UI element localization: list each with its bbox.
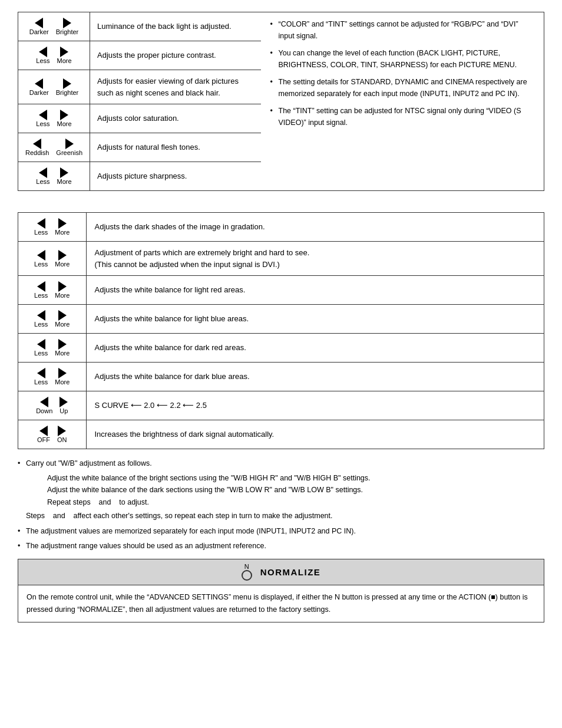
section1-notes: • “COLOR” and “TINT” settings cannot be … bbox=[261, 12, 544, 190]
right-control: Brighter bbox=[56, 18, 79, 35]
description-cell: Adjusts for easier viewing of dark pictu… bbox=[90, 70, 261, 104]
control-cell: Less More bbox=[18, 305, 86, 334]
note-text: The adjustment values are memorized sepa… bbox=[26, 527, 356, 535]
description-cell: Luminance of the back light is adjusted. bbox=[90, 12, 261, 41]
note-text: The setting details for STANDARD, DYNAMI… bbox=[279, 78, 527, 98]
right-control: More bbox=[57, 167, 72, 185]
left-control: Less bbox=[34, 218, 48, 236]
description-cell: Adjusts the white balance for dark blue … bbox=[86, 363, 544, 391]
section2-table: Less More Adjusts the dark shades of the… bbox=[18, 213, 544, 449]
table-row: Less More Adjusts the proper picture con… bbox=[18, 41, 261, 70]
right-control: ON bbox=[57, 426, 67, 443]
left-label: Less bbox=[34, 378, 48, 386]
triangle-right-icon bbox=[58, 339, 67, 350]
left-label: Less bbox=[34, 292, 48, 299]
left-control: Less bbox=[34, 368, 48, 386]
bottom-notes: • Carry out "W/B" adjustment as follows.… bbox=[18, 457, 544, 552]
triangle-right-icon bbox=[59, 397, 68, 407]
left-label: Darker bbox=[29, 89, 49, 96]
left-label: Less bbox=[36, 178, 49, 185]
triangle-right-icon bbox=[58, 250, 67, 261]
right-label: Brighter bbox=[56, 28, 79, 35]
left-label: Less bbox=[34, 321, 48, 328]
right-label: More bbox=[55, 321, 70, 328]
right-control: More bbox=[55, 281, 70, 299]
control-cell: Less More bbox=[18, 162, 90, 191]
description-cell: Adjusts the white balance for light red … bbox=[86, 276, 544, 305]
table-row: OFF ON Increases the brightness of dark … bbox=[18, 420, 544, 449]
left-control: Less bbox=[36, 167, 49, 185]
triangle-left-icon bbox=[39, 47, 47, 57]
left-label: Down bbox=[36, 407, 52, 414]
control-cell: Less More bbox=[18, 41, 90, 70]
note-text: The adjustment range values should be us… bbox=[26, 542, 266, 550]
table-row: Less More Adjusts the dark shades of the… bbox=[18, 213, 544, 242]
triangle-right-icon bbox=[63, 78, 71, 89]
control-cell: Less More bbox=[18, 276, 86, 305]
n-letter: N bbox=[244, 564, 249, 570]
right-control: More bbox=[55, 310, 70, 328]
control-cell: Less More bbox=[18, 363, 86, 391]
left-control: Darker bbox=[29, 78, 49, 96]
right-label: Brighter bbox=[56, 89, 79, 96]
notes-list: • “COLOR” and “TINT” settings cannot be … bbox=[270, 18, 535, 129]
note-text: The “TINT” setting can be adjusted for N… bbox=[279, 107, 521, 127]
triangle-right-icon bbox=[58, 426, 66, 436]
right-label: More bbox=[55, 350, 70, 357]
right-label: ON bbox=[57, 436, 67, 443]
table-row: Less More Adjusts the white balance for … bbox=[18, 334, 544, 363]
triangle-right-icon bbox=[58, 310, 67, 321]
note-item: • The adjustment values are memorized se… bbox=[18, 525, 544, 538]
carry-out-text: Carry out "W/B" adjustment as follows. bbox=[26, 459, 152, 467]
normalize-text: On the remote control unit, while the “A… bbox=[27, 593, 528, 614]
table-row: Darker Brighter Luminance of the back li… bbox=[18, 12, 261, 41]
left-label: Less bbox=[34, 229, 48, 236]
normalize-box: N NORMALIZE On the remote control unit, … bbox=[18, 559, 544, 622]
table-row: Less More Adjusts picture sharpness. bbox=[18, 162, 261, 191]
triangle-right-icon bbox=[63, 18, 71, 28]
triangle-left-icon bbox=[39, 167, 47, 178]
control-cell: Less More bbox=[18, 104, 90, 133]
table-row: Less More Adjusts the white balance for … bbox=[18, 276, 544, 305]
left-control: Less bbox=[36, 47, 49, 64]
right-control: More bbox=[57, 47, 72, 64]
steps-note: Steps and affect each other's settings, … bbox=[26, 510, 544, 522]
right-label: More bbox=[55, 378, 70, 386]
note-item: • The setting details for STANDARD, DYNA… bbox=[270, 76, 535, 100]
description-cell: Adjustment of parts which are extremely … bbox=[86, 242, 544, 276]
triangle-right-icon bbox=[60, 110, 68, 120]
right-control: Brighter bbox=[56, 78, 79, 96]
left-control: Reddish bbox=[25, 139, 49, 156]
left-label: Darker bbox=[29, 28, 49, 35]
note-text: You can change the level of each functio… bbox=[279, 49, 517, 69]
control-cell: Darker Brighter bbox=[18, 70, 90, 104]
description-cell: S CURVE ⟵ 2.0 ⟵ 2.2 ⟵ 2.5 bbox=[86, 391, 544, 420]
description-cell: Adjusts the white balance for light blue… bbox=[86, 305, 544, 334]
section1-wrapper: Darker Brighter Luminance of the back li… bbox=[18, 12, 544, 191]
table-row: Less More Adjusts the white balance for … bbox=[18, 363, 544, 391]
control-cell: Less More bbox=[18, 213, 86, 242]
left-control: Less bbox=[34, 250, 48, 268]
note-item: • The adjustment range values should be … bbox=[18, 540, 544, 552]
control-pair: Darker Brighter bbox=[25, 18, 82, 35]
control-cell: OFF ON bbox=[18, 420, 86, 449]
triangle-left-icon bbox=[33, 139, 41, 149]
triangle-left-icon bbox=[37, 281, 45, 292]
right-control: More bbox=[55, 339, 70, 357]
right-control: More bbox=[55, 250, 70, 268]
description-cell: Adjusts picture sharpness. bbox=[90, 162, 261, 191]
normalize-circle-icon bbox=[242, 570, 252, 581]
left-control: Less bbox=[34, 310, 48, 328]
normalize-body: On the remote control unit, while the “A… bbox=[18, 585, 544, 621]
note-text: “COLOR” and “TINT” settings cannot be ad… bbox=[279, 20, 518, 40]
triangle-right-icon bbox=[58, 368, 67, 378]
step2: Adjust the white balance of the dark sec… bbox=[47, 484, 544, 496]
triangle-left-icon bbox=[37, 368, 45, 378]
triangle-left-icon bbox=[35, 18, 43, 28]
left-label: Less bbox=[36, 120, 49, 127]
description-cell: Adjusts the dark shades of the image in … bbox=[86, 213, 544, 242]
left-control: Less bbox=[34, 339, 48, 357]
table-row: Less More Adjusts the white balance for … bbox=[18, 305, 544, 334]
right-control: Up bbox=[59, 397, 68, 414]
table-row: Reddish Greenish Adjusts for natural fle… bbox=[18, 133, 261, 162]
